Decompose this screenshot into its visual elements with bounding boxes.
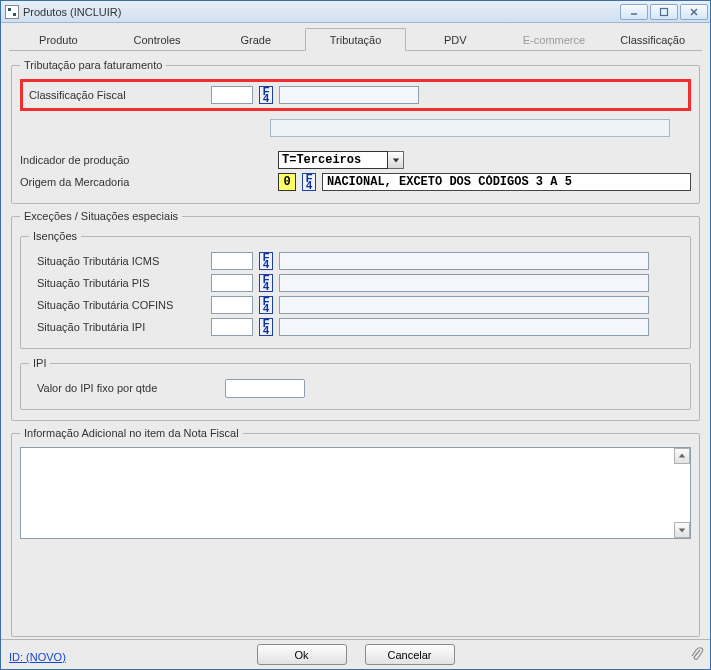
legend-info-adicional: Informação Adicional no item da Nota Fis… [20,427,243,439]
lookup-icms-button[interactable]: F4 [259,252,273,270]
legend-trib-fatur: Tributação para faturamento [20,59,166,71]
label-indicador-producao: Indicador de produção [20,154,210,166]
input-pis-desc [279,274,649,292]
input-icms-desc [279,252,649,270]
input-ipi-code[interactable] [211,318,253,336]
scroll-down-icon[interactable] [674,522,690,538]
lookup-pis-button[interactable]: F4 [259,274,273,292]
tab-ecommerce: E-commerce [505,29,604,50]
lookup-ipi-button[interactable]: F4 [259,318,273,336]
svg-rect-1 [661,8,668,15]
legend-excecoes: Exceções / Situações especiais [20,210,182,222]
window-produtos: Produtos (INCLUIR) Produto Controles Gra… [0,0,711,670]
input-icms-code[interactable] [211,252,253,270]
input-ipi-desc [279,318,649,336]
lookup-origem-button[interactable]: F4 [302,173,316,191]
label-classif-fiscal: Classificação Fiscal [29,89,205,101]
group-isencoes: Isenções Situação Tributária ICMS F4 Sit… [20,230,691,349]
input-classif-fiscal-code[interactable] [211,86,253,104]
input-classif-fiscal-desc[interactable] [279,86,419,104]
label-icms: Situação Tributária ICMS [29,255,205,267]
tab-classificacao[interactable]: Classificação [603,29,702,50]
footer: ID: (NOVO) Ok Cancelar [1,639,710,669]
chevron-down-icon[interactable] [388,151,404,169]
minimize-button[interactable] [620,4,648,20]
maximize-button[interactable] [650,4,678,20]
app-icon [5,5,19,19]
input-cofins-code[interactable] [211,296,253,314]
ok-button[interactable]: Ok [257,644,347,665]
lookup-classif-fiscal-button[interactable]: F4 [259,86,273,104]
close-button[interactable] [680,4,708,20]
label-valor-ipi: Valor do IPI fixo por qtde [29,382,219,394]
tab-tributacao[interactable]: Tributação [305,28,406,51]
scroll-up-icon[interactable] [674,448,690,464]
input-origem-desc [322,173,691,191]
group-info-adicional: Informação Adicional no item da Nota Fis… [11,427,700,637]
cancel-button[interactable]: Cancelar [365,644,455,665]
label-ipi: Situação Tributária IPI [29,321,205,333]
label-pis: Situação Tributária PIS [29,277,205,289]
textarea-info-adicional[interactable] [20,447,691,539]
tab-produto[interactable]: Produto [9,29,108,50]
highlight-classificacao-fiscal: Classificação Fiscal F4 [20,79,691,111]
tab-pdv[interactable]: PDV [406,29,505,50]
svg-marker-5 [679,454,685,458]
legend-ipi: IPI [29,357,50,369]
svg-marker-4 [392,158,398,162]
titlebar: Produtos (INCLUIR) [1,1,710,23]
readonly-classif-extra [270,119,670,137]
scrollbar[interactable] [674,448,690,538]
input-valor-ipi[interactable] [225,379,305,398]
paperclip-icon[interactable] [690,646,704,664]
window-title: Produtos (INCLUIR) [23,6,121,18]
combo-indicador-producao[interactable] [278,151,404,169]
group-excecoes: Exceções / Situações especiais Isenções … [11,210,700,421]
label-origem-mercadoria: Origem da Mercadoria [20,176,210,188]
combo-indicador-producao-value[interactable] [278,151,388,169]
group-tributacao-faturamento: Tributação para faturamento Classificaçã… [11,59,700,204]
input-pis-code[interactable] [211,274,253,292]
tab-grade[interactable]: Grade [206,29,305,50]
lookup-cofins-button[interactable]: F4 [259,296,273,314]
input-cofins-desc [279,296,649,314]
tab-controles[interactable]: Controles [108,29,207,50]
tab-bar: Produto Controles Grade Tributação PDV E… [9,27,702,51]
id-link[interactable]: ID: (NOVO) [9,651,66,663]
svg-marker-6 [679,528,685,532]
input-origem-code[interactable] [278,173,296,191]
label-cofins: Situação Tributária COFINS [29,299,205,311]
group-ipi: IPI Valor do IPI fixo por qtde [20,357,691,410]
legend-isencoes: Isenções [29,230,81,242]
